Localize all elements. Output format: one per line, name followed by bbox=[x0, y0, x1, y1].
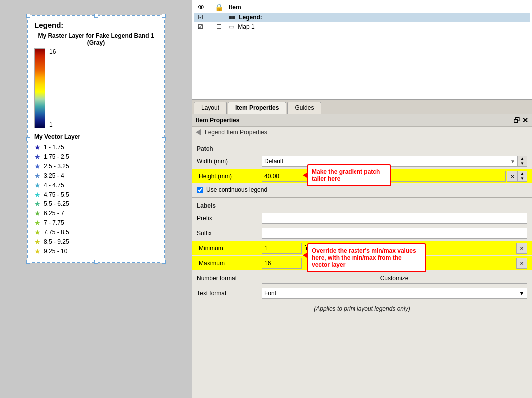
item-column-label: Item bbox=[229, 4, 241, 11]
gradient-max-label: 16 bbox=[49, 48, 56, 55]
prefix-label: Prefix bbox=[197, 215, 262, 222]
legend-name-col: ≡≡ Legend: bbox=[229, 14, 530, 21]
continuous-legend-label: Use continuous legend bbox=[206, 186, 267, 193]
labels-section-title: Labels bbox=[192, 199, 532, 211]
width-spin-btn: ▲ ▼ bbox=[518, 156, 527, 167]
maximum-input[interactable] bbox=[262, 258, 302, 269]
height-spin-up[interactable]: ▲ bbox=[518, 171, 527, 176]
col-name-header: Item bbox=[229, 4, 530, 11]
map1-checkbox[interactable]: ☑ bbox=[198, 23, 203, 30]
width-value: Default bbox=[264, 158, 283, 165]
height-row: Height (mm) ✕ ▲ ▼ bbox=[192, 169, 532, 183]
legend-item-label-7: 6.25 - 7 bbox=[44, 210, 64, 217]
width-input-group: Default ▼ ▲ ▼ bbox=[262, 156, 527, 167]
width-row: Width (mm) Default ▼ ▲ ▼ bbox=[192, 154, 532, 168]
tab-guides[interactable]: Guides bbox=[287, 102, 321, 114]
legend-item-11: ★9.25 - 10 bbox=[34, 247, 158, 255]
tab-layout[interactable]: Layout bbox=[194, 102, 227, 114]
legend-item-label-0: 1 - 1.75 bbox=[44, 144, 64, 151]
handle-tm[interactable] bbox=[94, 14, 98, 18]
legend-checkbox[interactable]: ☑ bbox=[198, 14, 203, 21]
legend-preview-panel: Legend: My Raster Layer for Fake Legend … bbox=[0, 0, 192, 398]
legend-item-label-9: 7.75 - 8.5 bbox=[44, 229, 69, 236]
right-panel: 👁 🔒 Item ☑ ☐ ≡≡ Legend: bbox=[192, 0, 532, 398]
italic-note: (Applies to print layout legends only) bbox=[192, 301, 532, 316]
gradient-bar bbox=[34, 48, 45, 128]
number-format-row: Number format Customize bbox=[192, 271, 532, 285]
legend-lock-checkbox[interactable]: ☐ bbox=[216, 14, 222, 21]
back-button: Legend Item Properties bbox=[192, 127, 532, 138]
legend-item-2: ★2.5 - 3.25 bbox=[34, 162, 158, 170]
minimum-input[interactable] bbox=[262, 243, 302, 254]
gradient-labels: 16 1 bbox=[49, 48, 56, 128]
gradient-section: 16 1 bbox=[34, 48, 158, 128]
height-clear-btn[interactable]: ✕ bbox=[507, 171, 518, 182]
star-icon-8: ★ bbox=[34, 219, 41, 227]
eye-icon-header: 👁 bbox=[198, 3, 205, 11]
font-dropdown-arrow: ▼ bbox=[519, 290, 525, 297]
handle-bl[interactable] bbox=[26, 260, 30, 264]
suffix-label: Suffix bbox=[197, 230, 262, 237]
properties-scroll-area[interactable]: Legend Item Properties Patch Width (mm) … bbox=[192, 127, 532, 398]
legend-item-4: ★4 - 4.75 bbox=[34, 181, 158, 189]
handle-tl[interactable] bbox=[26, 14, 30, 18]
lock-icon-header: 🔒 bbox=[215, 3, 223, 11]
star-icon-11: ★ bbox=[34, 247, 41, 255]
handle-br[interactable] bbox=[162, 260, 166, 264]
raster-layer-title: My Raster Layer for Fake Legend Band 1 (… bbox=[34, 32, 158, 46]
map1-row-label: Map 1 bbox=[238, 23, 254, 30]
legend-eye-col: ☑ bbox=[194, 14, 209, 21]
restore-icon[interactable]: 🗗 bbox=[513, 116, 520, 124]
items-panel: 👁 🔒 Item ☑ ☐ ≡≡ Legend: bbox=[192, 0, 532, 100]
continuous-legend-checkbox[interactable] bbox=[197, 187, 203, 193]
legend-item-7: ★6.25 - 7 bbox=[34, 209, 158, 217]
maximum-label: Maximum bbox=[197, 259, 262, 268]
legend-item-5: ★4.75 - 5.5 bbox=[34, 191, 158, 199]
map1-name-col: ▭ Map 1 bbox=[229, 23, 530, 30]
legend-item-3: ★3.25 - 4 bbox=[34, 172, 158, 180]
minimum-clear-btn[interactable]: ✕ bbox=[516, 243, 527, 254]
continuous-legend-row: Use continuous legend bbox=[192, 184, 532, 195]
maximum-input-group bbox=[262, 258, 516, 269]
height-spin-down[interactable]: ▼ bbox=[518, 176, 527, 181]
width-dropdown[interactable]: Default ▼ bbox=[262, 156, 518, 167]
star-icon-0: ★ bbox=[34, 143, 41, 151]
maximum-clear-btn[interactable]: ✕ bbox=[516, 258, 527, 269]
handle-tr[interactable] bbox=[162, 14, 166, 18]
legend-item-label-5: 4.75 - 5.5 bbox=[44, 191, 69, 198]
legend-tree-row[interactable]: ☑ ☐ ≡≡ Legend: bbox=[194, 13, 530, 22]
width-spin-down[interactable]: ▼ bbox=[518, 161, 527, 166]
handle-ml[interactable] bbox=[26, 137, 30, 141]
font-select[interactable]: Font ▼ bbox=[262, 288, 527, 299]
height-row-wrapper: Height (mm) ✕ ▲ ▼ Make the gradient patc… bbox=[192, 169, 532, 183]
legend-item-0: ★1 - 1.75 bbox=[34, 143, 158, 151]
legend-lock-col: ☐ bbox=[209, 14, 229, 21]
width-spin-up[interactable]: ▲ bbox=[518, 156, 527, 161]
handle-bm[interactable] bbox=[94, 260, 98, 264]
star-icon-1: ★ bbox=[34, 153, 41, 161]
suffix-input[interactable] bbox=[262, 228, 527, 239]
star-icon-6: ★ bbox=[34, 200, 41, 208]
legend-item-6: ★5.5 - 6.25 bbox=[34, 200, 158, 208]
legend-item-label-10: 8.5 - 9.25 bbox=[44, 238, 69, 245]
close-icon[interactable]: ✕ bbox=[522, 116, 528, 124]
back-arrow-icon[interactable] bbox=[196, 129, 201, 135]
properties-header: Item Properties 🗗 ✕ bbox=[192, 114, 532, 127]
legend-item-1: ★1.75 - 2.5 bbox=[34, 153, 158, 161]
tree-header-row: 👁 🔒 Item bbox=[194, 2, 530, 13]
maximum-row: Maximum ✕ bbox=[192, 256, 532, 270]
map1-item-icon: ▭ bbox=[229, 23, 234, 30]
text-format-row: Text format Font ▼ bbox=[192, 286, 532, 300]
legend-item-label-4: 4 - 4.75 bbox=[44, 182, 64, 189]
min-max-row-wrapper: Minimum 🖱 ✕ Maximum ✕ Override bbox=[192, 241, 532, 270]
star-icon-5: ★ bbox=[34, 191, 41, 199]
map1-lock-checkbox[interactable]: ☐ bbox=[216, 23, 222, 30]
height-input[interactable] bbox=[262, 171, 506, 182]
handle-mr[interactable] bbox=[162, 137, 166, 141]
prefix-input[interactable] bbox=[262, 213, 527, 224]
legend-item-9: ★7.75 - 8.5 bbox=[34, 228, 158, 236]
customize-button[interactable]: Customize bbox=[262, 273, 527, 284]
map1-tree-row[interactable]: ☑ ☐ ▭ Map 1 bbox=[194, 22, 530, 32]
tab-item-properties[interactable]: Item Properties bbox=[228, 102, 286, 114]
minimum-input-group: 🖱 bbox=[262, 243, 516, 254]
